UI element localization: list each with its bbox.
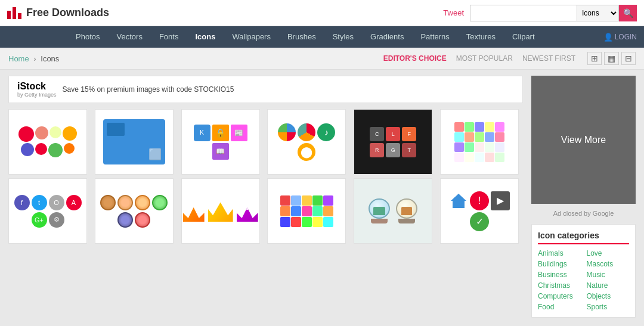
cat-music[interactable]: Music <box>587 271 630 279</box>
categories-grid: Animals Love Buildings Mascots Business … <box>538 249 629 311</box>
grid-item-8[interactable] <box>95 178 174 244</box>
image-grid: ⬜ K 🔒 📰 📖 ♪ ⬤ <box>8 109 523 244</box>
nav-photos[interactable]: Photos <box>67 26 108 48</box>
sub-header: Home › Icons EDITOR'S CHOICE MOST POPULA… <box>0 48 644 70</box>
breadcrumb-separator: › <box>33 54 36 63</box>
grid-item-3[interactable]: K 🔒 📰 📖 <box>181 109 260 175</box>
logo-area: Free Downloads <box>7 7 109 19</box>
grid-item-11[interactable] <box>354 178 432 244</box>
login-label: LOGIN <box>615 33 637 41</box>
filter-editors-choice[interactable]: EDITOR'S CHOICE <box>383 54 447 63</box>
logo-icon <box>7 7 21 19</box>
grid-item-10[interactable] <box>267 178 346 244</box>
nav-fonts[interactable]: Fonts <box>151 26 187 48</box>
grid-item-1[interactable] <box>8 109 87 175</box>
grid-item-12[interactable]: ! ▶ ✓ <box>440 178 519 244</box>
grid-view-medium[interactable]: ▦ <box>604 52 619 65</box>
nav-clipart[interactable]: Clipart <box>504 26 543 48</box>
nav-icons[interactable]: Icons <box>187 26 224 48</box>
breadcrumb-current: Icons <box>41 54 59 63</box>
nav-brushes[interactable]: Brushes <box>279 26 324 48</box>
filter-newest-first[interactable]: NEWEST FIRST <box>522 54 575 63</box>
grid-item-9[interactable] <box>181 178 260 244</box>
istock-logo-block: iStock by Getty Images <box>17 81 57 98</box>
person-icon: 👤 <box>603 33 613 42</box>
nav-textures[interactable]: Textures <box>458 26 504 48</box>
search-input[interactable] <box>470 5 577 21</box>
cat-nature[interactable]: Nature <box>587 281 630 290</box>
search-button[interactable]: 🔍 <box>619 5 637 21</box>
cat-love[interactable]: Love <box>587 249 630 257</box>
tweet-link[interactable]: Tweet <box>443 8 464 17</box>
grid-item-2[interactable]: ⬜ <box>95 109 174 175</box>
grid-item-7[interactable]: f t O A G+ ⚙ <box>8 178 87 244</box>
nav-wallpapers[interactable]: Wallpapers <box>224 26 279 48</box>
cat-business[interactable]: Business <box>538 271 581 279</box>
istock-banner: iStock by Getty Images Save 15% on premi… <box>8 76 523 103</box>
breadcrumb: Home › Icons <box>8 54 383 63</box>
nav-vectors[interactable]: Vectors <box>109 26 151 48</box>
icon-categories-title: Icon categories <box>538 231 629 244</box>
icon-categories-panel: Icon categories Animals Love Buildings M… <box>531 224 636 318</box>
nav-patterns[interactable]: Patterns <box>412 26 457 48</box>
nav-bar: Photos Vectors Fonts Icons Wallpapers Br… <box>0 26 644 48</box>
view-toggle: ⊞ ▦ ⊟ <box>587 52 636 65</box>
view-more-button[interactable]: View More <box>549 129 618 151</box>
istock-logo: iStock <box>17 81 57 92</box>
grid-view-small[interactable]: ⊟ <box>621 52 636 65</box>
filter-most-popular[interactable]: MOST POPULAR <box>456 54 513 63</box>
ad-box: View More <box>531 76 636 204</box>
sidebar: View More Ad closed by Google Icon categ… <box>531 76 636 318</box>
header: Free Downloads Tweet Icons Photos Vector… <box>0 0 644 26</box>
svg-marker-0 <box>451 194 466 208</box>
filter-bar: EDITOR'S CHOICE MOST POPULAR NEWEST FIRS… <box>383 54 575 63</box>
cat-animals[interactable]: Animals <box>538 249 581 257</box>
login-button[interactable]: 👤 LOGIN <box>603 33 637 42</box>
content-area: iStock by Getty Images Save 15% on premi… <box>8 76 523 318</box>
istock-promo-text: Save 15% on premium images with code STO… <box>63 85 234 94</box>
ad-closed-label: Ad closed by Google <box>531 207 636 219</box>
grid-item-4[interactable]: ♪ ⬤ <box>267 109 346 175</box>
cat-objects[interactable]: Objects <box>587 292 630 300</box>
cat-christmas[interactable]: Christmas <box>538 281 581 290</box>
grid-view-large[interactable]: ⊞ <box>587 52 602 65</box>
breadcrumb-home[interactable]: Home <box>8 54 29 63</box>
search-type-select[interactable]: Icons Photos Vectors <box>577 5 619 21</box>
site-title: Free Downloads <box>26 7 109 19</box>
search-form: Icons Photos Vectors 🔍 <box>470 5 637 21</box>
cat-buildings[interactable]: Buildings <box>538 260 581 268</box>
cat-sports[interactable]: Sports <box>587 303 630 311</box>
header-right: Tweet Icons Photos Vectors 🔍 <box>443 5 637 21</box>
grid-item-6[interactable] <box>440 109 519 175</box>
nav-styles[interactable]: Styles <box>324 26 362 48</box>
main-content: iStock by Getty Images Save 15% on premi… <box>0 70 644 324</box>
cat-computers[interactable]: Computers <box>538 292 581 300</box>
cat-food[interactable]: Food <box>538 303 581 311</box>
istock-sub: by Getty Images <box>17 92 57 98</box>
nav-gradients[interactable]: Gradients <box>362 26 412 48</box>
cat-mascots[interactable]: Mascots <box>587 260 630 268</box>
grid-item-5[interactable]: C L F R G T <box>354 109 432 175</box>
nav-links: Photos Vectors Fonts Icons Wallpapers Br… <box>7 26 603 48</box>
